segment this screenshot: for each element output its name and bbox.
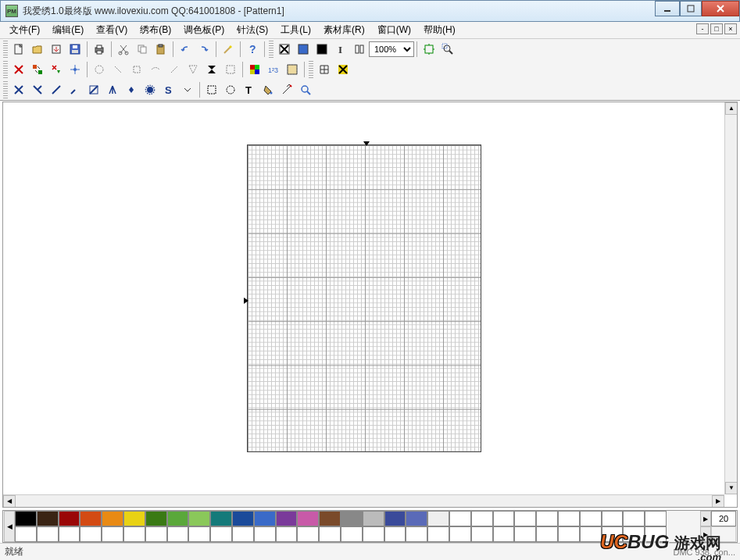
menu-tool[interactable]: 工具(L) [274,22,317,38]
save-button[interactable] [66,41,84,58]
swatch-empty[interactable] [558,511,580,526]
swatch-0[interactable] [15,511,37,526]
zoom-tool-button[interactable] [297,81,314,98]
eyedropper-button[interactable] [278,81,295,98]
tool-f-button[interactable] [184,61,202,78]
swatch-9[interactable] [210,511,232,526]
pages-button[interactable] [351,41,368,58]
scroll-up-button[interactable]: ▲ [725,102,738,115]
swatch-2[interactable] [59,511,80,526]
swatch-empty[interactable] [232,526,254,542]
swatch-empty[interactable] [210,526,232,542]
three-quarter-button[interactable] [85,81,102,98]
info-button[interactable]: I [332,41,349,58]
import-button[interactable] [48,41,65,58]
vertical-scrollbar[interactable]: ▲ ▼ [724,102,737,494]
menu-view[interactable]: 查看(V) [90,22,134,38]
swatch-14[interactable] [319,511,341,526]
zoom-region-button[interactable] [439,41,456,58]
swatch-empty[interactable] [59,526,80,542]
swatch-empty[interactable] [276,526,298,542]
swatch-empty[interactable] [580,511,602,526]
toolbar-grip[interactable] [3,41,8,58]
tool-b-button[interactable] [109,61,127,78]
tool-d-button[interactable] [147,61,164,78]
swatch-empty[interactable] [493,511,515,526]
arrow-down-button[interactable] [179,81,196,98]
full-stitch-button[interactable] [10,81,27,98]
swatch-19[interactable] [427,511,449,526]
toolbar-grip[interactable] [3,61,8,78]
french-knot-button[interactable] [123,81,140,98]
swatch-empty[interactable] [602,511,624,526]
undo-button[interactable] [177,41,194,58]
swatch-empty[interactable] [102,526,123,542]
bead-stitch-button[interactable] [104,81,121,98]
text-tool-button[interactable]: T [241,81,258,98]
redo-button[interactable] [195,41,213,58]
mdi-restore-button[interactable]: □ [710,23,723,34]
swatch-empty[interactable] [123,526,145,542]
palette-prev-button[interactable]: ◀ [4,511,15,542]
scroll-down-button[interactable]: ▼ [725,482,738,494]
select-free-button[interactable] [222,81,239,98]
print-button[interactable] [91,41,108,58]
tool-c-button[interactable] [128,61,145,78]
replace-color-button[interactable] [29,61,46,78]
menu-file[interactable]: 文件(F) [3,22,46,38]
back-stitch-button[interactable] [48,81,65,98]
minimize-button[interactable] [655,1,680,16]
scroll-left-button[interactable]: ◀ [3,495,16,508]
tool-h-button[interactable] [222,61,239,78]
swatch-12[interactable] [276,511,298,526]
swatch-empty[interactable] [15,526,37,542]
swatch-empty[interactable] [471,526,493,542]
tool-a-button[interactable] [91,61,108,78]
swatch-empty[interactable] [602,526,624,542]
color-fill-button[interactable] [313,41,331,58]
menu-fabric[interactable]: 绣布(B) [134,22,177,38]
highlight-x-button[interactable] [334,61,352,78]
horizontal-scrollbar[interactable]: ◀ ▶ [3,494,724,507]
copy-button[interactable] [134,41,151,58]
bead-button[interactable] [141,81,159,98]
swatch-empty[interactable] [406,526,427,542]
swatch-10[interactable] [232,511,254,526]
palette-next-button[interactable]: ▶ [700,511,711,526]
tool-e-button[interactable] [166,61,183,78]
maximize-button[interactable] [680,1,702,16]
swatch-empty[interactable] [471,511,493,526]
palette-next2-button[interactable]: ▶ [700,526,711,542]
select-rect-button[interactable] [203,81,220,98]
mdi-close-button[interactable]: × [724,23,737,34]
swatch-empty[interactable] [80,526,102,542]
swatch-empty[interactable] [623,526,645,542]
new-button[interactable] [10,41,27,58]
special-stitch-button[interactable]: S [160,81,177,98]
swatch-empty[interactable] [645,526,667,542]
palette-colors-button[interactable] [246,61,263,78]
zoom-select[interactable]: 100% [369,41,414,57]
stitch-x-button[interactable] [276,41,293,58]
swatch-empty[interactable] [363,526,384,542]
mdi-minimize-button[interactable]: - [696,23,709,34]
paste-button[interactable] [152,41,170,58]
swatch-17[interactable] [384,511,406,526]
canvas-viewport[interactable] [3,102,724,494]
swatch-15[interactable] [341,511,363,526]
symbol-fill-button[interactable] [295,41,312,58]
swatch-empty[interactable] [580,526,602,542]
swatch-11[interactable] [254,511,276,526]
swatch-empty[interactable] [645,511,667,526]
swatch-empty[interactable] [167,526,189,542]
swap-stitch-button[interactable] [48,61,65,78]
delete-x-button[interactable] [10,61,27,78]
center-button[interactable] [66,61,84,78]
swatch-4[interactable] [102,511,123,526]
swatch-empty[interactable] [341,526,363,542]
scroll-right-button[interactable]: ▶ [712,495,724,508]
swatch-empty[interactable] [297,526,319,542]
swatch-1[interactable] [37,511,59,526]
swatch-18[interactable] [406,511,427,526]
menu-palette[interactable]: 调色板(P) [177,22,231,38]
